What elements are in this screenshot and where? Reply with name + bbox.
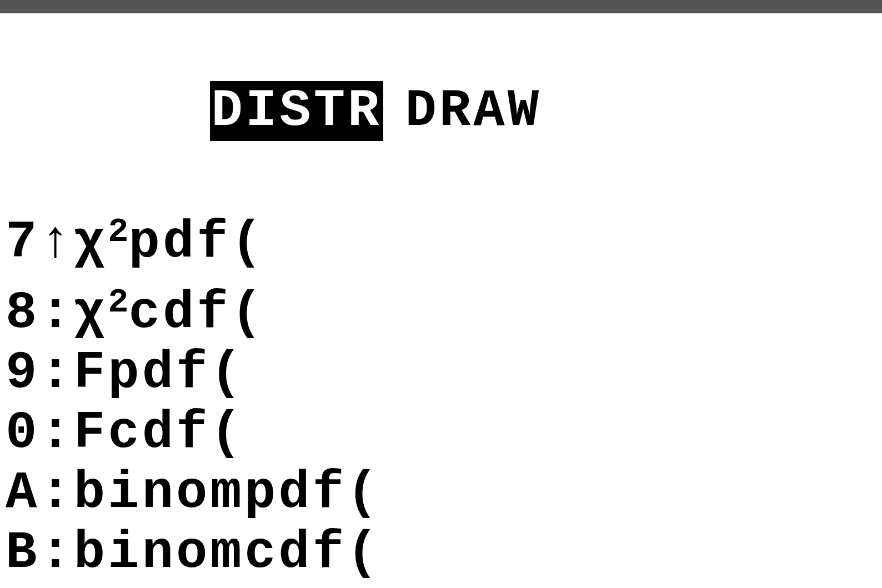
menu-item-function: χ2cdf(: [74, 273, 265, 343]
menu-item-separator: :: [39, 343, 73, 403]
menu-item-7[interactable]: 7↑χ2pdf(: [6, 202, 876, 273]
menu-item-separator: :: [39, 403, 73, 463]
menu-item-separator: :: [39, 523, 73, 583]
tab-draw[interactable]: DRAW: [405, 81, 542, 141]
menu-item-A[interactable]: A:binompdf(: [6, 463, 876, 523]
menu-item-function: binompdf(: [74, 463, 381, 523]
menu-item-separator: :: [39, 583, 73, 588]
menu-item-separator: :: [39, 463, 73, 523]
status-bar: [0, 0, 882, 13]
menu-item-key: 0: [6, 403, 39, 463]
menu-item-key: A: [6, 463, 39, 523]
menu-item-key: C: [6, 583, 39, 588]
menu-item-key: 9: [6, 343, 39, 403]
menu-item-function: invBinom(: [74, 583, 381, 588]
menu-item-separator: :: [39, 283, 73, 343]
menu-screen: DISTRDRAW 7↑χ2pdf(8:χ2cdf(9:Fpdf(0:Fcdf(…: [0, 13, 882, 588]
menu-item-function: Fcdf(: [74, 403, 244, 463]
menu-item-key: B: [6, 523, 39, 583]
menu-item-function: binomcdf(: [74, 523, 381, 583]
calculator-screen: DISTRDRAW 7↑χ2pdf(8:χ2cdf(9:Fpdf(0:Fcdf(…: [0, 0, 882, 588]
menu-item-C[interactable]: C:invBinom(: [6, 583, 876, 588]
menu-tabs: DISTRDRAW: [6, 21, 876, 201]
menu-item-key: 7: [6, 213, 39, 273]
menu-item-B[interactable]: B:binomcdf(: [6, 523, 876, 583]
menu-item-function: χ2pdf(: [74, 202, 265, 273]
tab-distr[interactable]: DISTR: [210, 81, 383, 141]
menu-item-9[interactable]: 9:Fpdf(: [6, 343, 876, 403]
scroll-up-icon: ↑: [39, 213, 73, 273]
menu-item-key: 8: [6, 283, 39, 343]
menu-item-0[interactable]: 0:Fcdf(: [6, 403, 876, 463]
menu-item-8[interactable]: 8:χ2cdf(: [6, 273, 876, 343]
menu-item-function: Fpdf(: [74, 343, 244, 403]
